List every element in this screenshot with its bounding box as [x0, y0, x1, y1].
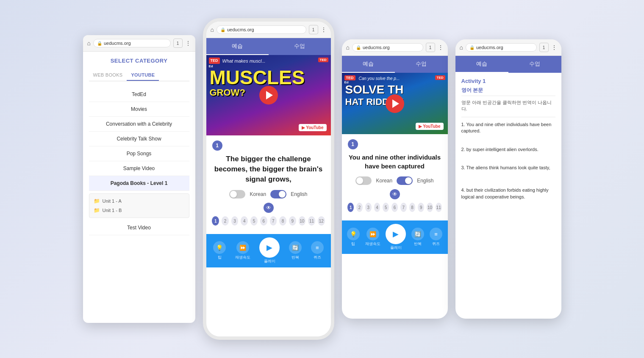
menu-icon-2[interactable]: ⋮ [321, 26, 327, 33]
page-9-3[interactable]: 9 [418, 203, 424, 212]
tab-yesup-3[interactable]: 예습 [342, 56, 395, 73]
speed-icon-2: ⏩ [236, 241, 249, 254]
home-icon-4[interactable]: ⌂ [460, 44, 463, 51]
sentence-1[interactable]: 1. You and nine other individuals have b… [461, 121, 555, 135]
toggle-korean-2[interactable] [229, 190, 245, 198]
toolbar-repeat-3[interactable]: 🔄 반복 [411, 228, 424, 247]
page-1-2[interactable]: 1 [212, 216, 219, 226]
toolbar-quiz-3[interactable]: ≡ 퀴즈 [430, 228, 442, 247]
toolbar-speed-3[interactable]: ⏩ 재생속도 [365, 228, 380, 247]
page-3-3[interactable]: 3 [365, 203, 372, 212]
category-celebrity-talk[interactable]: Celebrity Talk Show [89, 132, 189, 146]
toggle-english-2[interactable] [270, 190, 286, 198]
tab-web-books[interactable]: WEB BOOKS [89, 70, 127, 81]
video-thumbnail-3[interactable]: TED Ed Can you solve the p... SOLVE TH H… [342, 73, 448, 134]
sentence-4[interactable]: 4. but their civilization forbids eating… [461, 187, 555, 200]
screen3-phone: ⌂ 🔒 ueducms.org 1 ⋮ 예습 수업 TED Ed Can you… [342, 39, 448, 319]
quiz-icon-3: ≡ [430, 228, 442, 240]
category-movies[interactable]: Movies [89, 102, 189, 117]
tab-count-4[interactable]: 1 [539, 43, 549, 52]
sub-item-label-1a: Unit 1 - A [103, 198, 122, 204]
play-button-2[interactable] [259, 86, 278, 105]
category-test-video[interactable]: Test Video [89, 220, 189, 235]
toolbar-speed-2[interactable]: ⏩ 재생속도 [235, 241, 250, 260]
sub-item-unit1b[interactable]: 📁 Unit 1 - B [94, 206, 185, 215]
url-text-3: ueducms.org [363, 45, 390, 50]
page-6-3[interactable]: 6 [391, 203, 398, 212]
category-sample-video[interactable]: Sample Video [89, 161, 189, 176]
toolbar-play-3[interactable]: ▶ 플레이 [386, 224, 406, 251]
page-7-3[interactable]: 7 [400, 203, 407, 212]
play-button-3[interactable] [386, 94, 404, 113]
eye-row-3: 👁 [348, 189, 442, 199]
tab-subup-4[interactable]: 수업 [508, 56, 561, 73]
page-11-3[interactable]: 11 [436, 203, 442, 212]
home-icon[interactable]: ⌂ [87, 40, 91, 47]
page-4-3[interactable]: 4 [374, 203, 380, 212]
page-12-2[interactable]: 12 [318, 216, 325, 226]
tab-bar-3: 예습 수업 [342, 56, 448, 73]
category-conversation[interactable]: Conversation with a Celebrity [89, 117, 189, 132]
toolbar-quiz-2[interactable]: ≡ 퀴즈 [311, 241, 324, 260]
tab-youtube[interactable]: YOUTUBE [127, 70, 159, 81]
tab-count-3[interactable]: 1 [426, 43, 435, 52]
home-icon-2[interactable]: ⌂ [211, 26, 214, 33]
toolbar-tip-2[interactable]: 💡 팁 [213, 241, 226, 260]
tab-subup-2[interactable]: 수업 [269, 38, 331, 55]
address-bar-1[interactable]: 🔒 ueducms.org [93, 39, 171, 47]
eye-icon-3[interactable]: 👁 [390, 189, 400, 199]
toolbar-play-label-3: 플레이 [390, 245, 402, 251]
page-10-2[interactable]: 10 [299, 216, 306, 226]
address-bar-2[interactable]: 🔒 ueducms.org [217, 25, 306, 34]
url-text-1: ueducms.org [104, 41, 131, 46]
toolbar-repeat-2[interactable]: 🔄 반복 [289, 241, 302, 260]
tab-yesup-2[interactable]: 예습 [206, 38, 269, 55]
page-9-2[interactable]: 9 [289, 216, 296, 226]
page-11-2[interactable]: 11 [308, 216, 315, 226]
category-pagoda[interactable]: Pagoda Books - Level 1 [89, 176, 189, 191]
tab-subup-3[interactable]: 수업 [395, 56, 448, 73]
youtube-logo-2: ▶ YouTube [299, 124, 327, 131]
page-8-2[interactable]: 8 [279, 216, 286, 226]
sentence-2[interactable]: 2. by super-intelligent alien overlords. [461, 146, 555, 153]
menu-icon-3[interactable]: ⋮ [438, 44, 444, 51]
page-8-3[interactable]: 8 [409, 203, 416, 212]
page-5-2[interactable]: 5 [250, 216, 258, 226]
menu-icon-4[interactable]: ⋮ [551, 44, 557, 51]
activity-section: Activity 1 영어 본문 영문 아래 빈공간을 클릭하면 번역이 나옵니… [455, 73, 561, 209]
menu-icon-1[interactable]: ⋮ [185, 40, 191, 47]
address-bar-4[interactable]: 🔒 ueducms.org [466, 43, 537, 52]
tab-yesup-4[interactable]: 예습 [455, 56, 508, 73]
page-6-2[interactable]: 6 [260, 216, 267, 226]
page-2-3[interactable]: 2 [356, 203, 363, 212]
toolbar-tip-3[interactable]: 💡 팁 [347, 228, 360, 247]
eye-icon-2[interactable]: 👁 [264, 203, 274, 213]
toolbar-play-2[interactable]: ▶ 플레이 [259, 237, 280, 264]
page-1-3[interactable]: 1 [347, 203, 354, 212]
video-thumbnail-2[interactable]: TED Ed What makes muscl... MUSCLES GROW?… [206, 55, 331, 135]
page-10-3[interactable]: 10 [427, 203, 433, 212]
toggle-english-3[interactable] [397, 176, 413, 185]
url-text-2: ueducms.org [227, 27, 254, 32]
toggle-korean-3[interactable] [355, 176, 372, 185]
browser-bar-2: ⌂ 🔒 ueducms.org 1 ⋮ [206, 22, 331, 38]
folder-icon-2: 📁 [94, 207, 100, 213]
page-4-2[interactable]: 4 [241, 216, 248, 226]
lesson-text-3: You and nine other individuals have been… [348, 153, 442, 171]
page-5-3[interactable]: 5 [383, 203, 389, 212]
sub-item-unit1a[interactable]: 📁 Unit 1 - A [94, 196, 185, 206]
page-7-2[interactable]: 7 [270, 216, 277, 226]
tab-count-1[interactable]: 1 [173, 39, 183, 48]
address-bar-3[interactable]: 🔒 ueducms.org [352, 43, 423, 52]
home-icon-3[interactable]: ⌂ [346, 44, 350, 51]
page-3-2[interactable]: 3 [231, 216, 239, 226]
tab-count-2[interactable]: 1 [309, 25, 318, 34]
page-2-2[interactable]: 2 [222, 216, 229, 226]
lock-icon-3: 🔒 [356, 45, 361, 50]
activity-desc: 영문 아래 빈공간을 클릭하면 번역이 나옵니다. [461, 99, 555, 113]
lesson-text-2: The bigger the challenge becomes, the bi… [212, 154, 325, 184]
bottom-toolbar-2: 💡 팁 ⏩ 재생속도 ▶ 플레이 🔄 반복 ≡ 퀴즈 [206, 234, 331, 267]
sentence-3[interactable]: 3. The aliens think humans look quite ta… [461, 165, 555, 171]
category-pop-songs[interactable]: Pop Songs [89, 146, 189, 161]
category-teded[interactable]: TedEd [89, 87, 189, 102]
